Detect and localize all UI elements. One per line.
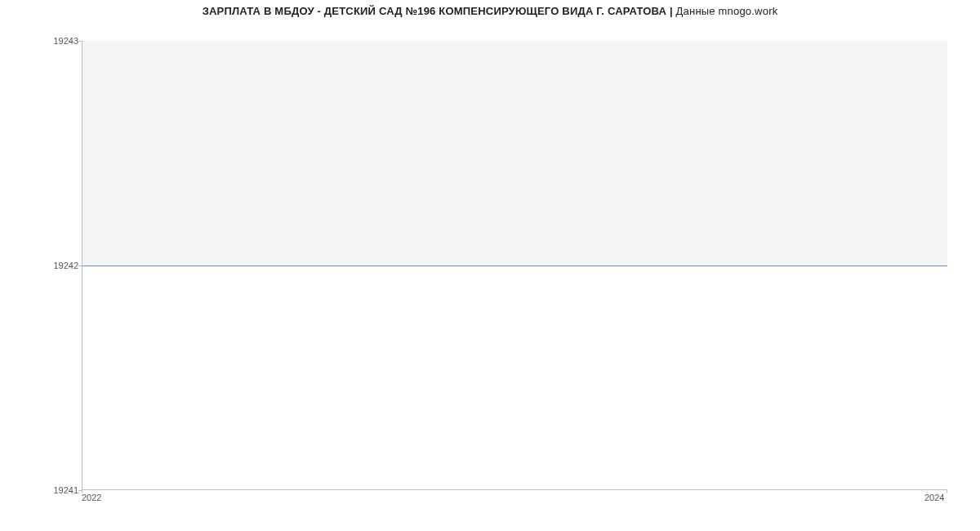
- chart-title-source: mnogo.work: [719, 5, 778, 17]
- x-tick-label: 2024: [924, 493, 944, 502]
- chart-title: ЗАРПЛАТА В МБДОУ - ДЕТСКИЙ САД №196 КОМП…: [0, 5, 980, 17]
- x-tick-mark: [947, 490, 947, 493]
- grid-band: [82, 41, 947, 266]
- y-tick-label: 19242: [29, 261, 78, 270]
- plot-area: [82, 41, 947, 490]
- y-tick-label: 19243: [29, 37, 78, 46]
- chart-title-prefix: Данные: [676, 5, 719, 17]
- y-tick-label: 19241: [29, 486, 78, 495]
- chart-container: ЗАРПЛАТА В МБДОУ - ДЕТСКИЙ САД №196 КОМП…: [0, 0, 980, 531]
- x-tick-label: 2022: [82, 493, 101, 502]
- chart-title-main: ЗАРПЛАТА В МБДОУ - ДЕТСКИЙ САД №196 КОМП…: [203, 5, 676, 17]
- data-line: [82, 266, 947, 266]
